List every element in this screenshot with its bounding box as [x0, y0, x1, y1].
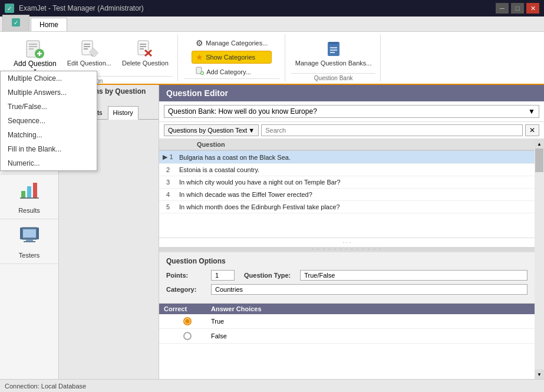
header-num: [159, 141, 177, 148]
manage-categories-label: Manage Categories...: [206, 39, 268, 47]
window-controls: ─ □ ✕: [496, 3, 539, 14]
dropdown-numeric[interactable]: Numeric...: [1, 156, 97, 170]
answer-row-false[interactable]: False: [159, 329, 535, 344]
ribbon-group-questionbank: Manage Question Banks... Question Bank: [286, 34, 381, 81]
edit-question-label: Edit Question...: [67, 60, 111, 67]
dropdown-matching[interactable]: Matching...: [1, 128, 97, 142]
ribbon-tabs: ✓ Home: [0, 17, 544, 32]
add-category-icon: [196, 67, 204, 77]
table-row[interactable]: ▶ 1 Bulgaria has a coast on the Black Se…: [159, 151, 535, 164]
restore-button[interactable]: □: [511, 3, 524, 14]
row-3-text: In which city would you have a night out…: [177, 179, 535, 186]
scroll-down-button[interactable]: ▼: [535, 370, 544, 379]
options-title: Question Options: [166, 257, 527, 265]
search-bar: Questions by Question Text ▼ ✕: [159, 122, 544, 139]
table-row[interactable]: 3 In which city would you have a night o…: [159, 176, 535, 189]
svg-rect-26: [329, 42, 338, 44]
answer-row-true[interactable]: True: [159, 314, 535, 329]
close-button[interactable]: ✕: [526, 3, 539, 14]
dropdown-multiple-choice[interactable]: Multiple Choice...: [1, 71, 97, 85]
table-row[interactable]: 2 Estonia is a coastal country.: [159, 164, 535, 176]
sidebar-item-results[interactable]: Results: [0, 174, 58, 219]
scroll-thumb[interactable]: [535, 149, 543, 172]
title-bar: ✓ ExamJet - Test Manager (Administrator)…: [0, 0, 544, 17]
answer-radio-true[interactable]: [164, 317, 211, 325]
correct-col-header: Correct: [164, 305, 211, 312]
radio-true-inner: [185, 319, 190, 324]
table-row[interactable]: 4 In which decade was the Eiffel Tower e…: [159, 189, 535, 201]
search-clear-button[interactable]: ✕: [525, 124, 539, 136]
row-5-text: In which month does the Edinburgh Festiv…: [177, 203, 535, 210]
ribbon-group-category: ⚙ Manage Categories... ★ Show Categories…: [179, 34, 285, 81]
manage-question-banks-button[interactable]: Manage Question Banks...: [291, 37, 376, 70]
table-header: Question: [159, 139, 535, 151]
row-1-num: ▶ 1: [159, 153, 177, 161]
radio-false[interactable]: [183, 332, 192, 340]
answer-radio-false[interactable]: [164, 332, 211, 340]
search-input[interactable]: [261, 124, 523, 136]
ribbon-qb-group-label: Question Bank: [291, 73, 376, 81]
svg-rect-45: [24, 241, 35, 242]
row-4-text: In which decade was the Eiffel Tower ere…: [177, 191, 535, 198]
add-category-label: Add Category...: [206, 68, 251, 75]
dropdown-multiple-answers[interactable]: Multiple Answers...: [1, 85, 97, 100]
answer-col-header: Answer Choices: [211, 305, 530, 312]
dropdown-sequence[interactable]: Sequence...: [1, 114, 97, 128]
show-categories-button[interactable]: ★ Show Categories: [192, 51, 272, 64]
category-value: Countries: [211, 284, 527, 295]
svg-rect-46: [20, 228, 22, 239]
add-question-label: Add Question: [14, 60, 57, 68]
options-row-category: Category: Countries: [166, 284, 527, 295]
add-question-dropdown-menu: Multiple Choice... Multiple Answers... T…: [0, 71, 97, 171]
category-label: Category:: [166, 286, 202, 293]
ribbon-category-buttons: ⚙ Manage Categories... ★ Show Categories…: [192, 34, 272, 78]
svg-rect-47: [37, 228, 39, 239]
svg-rect-44: [26, 239, 33, 241]
svg-rect-40: [33, 183, 37, 198]
filter-dropdown[interactable]: Questions by Question Text ▼: [164, 124, 259, 136]
question-bank-label: Question Bank: How well do you know Euro…: [168, 107, 317, 116]
delete-question-button[interactable]: Delete Question: [118, 37, 173, 70]
results-icon: [19, 179, 40, 205]
tab-home[interactable]: Home: [31, 18, 67, 31]
delete-question-label: Delete Question: [122, 60, 169, 67]
header-expand: [177, 141, 194, 148]
dropdown-fill-blank[interactable]: Fill in the Blank...: [1, 142, 97, 156]
manage-categories-button[interactable]: ⚙ Manage Categories...: [192, 37, 272, 50]
points-value: 1: [211, 270, 235, 281]
status-text: Connection: Local Database: [5, 383, 86, 390]
tab-icon[interactable]: ✓: [2, 15, 29, 31]
manage-categories-icon: ⚙: [196, 38, 203, 48]
minimize-button[interactable]: ─: [496, 3, 509, 14]
questions-section: Question ▶ 1 Bulgaria has a coast on the…: [159, 139, 544, 379]
add-question-button[interactable]: Add Question ▼: [9, 37, 61, 76]
radio-true[interactable]: [183, 317, 192, 325]
question-type-label: Question Type:: [244, 272, 291, 279]
show-categories-label: Show Categories: [206, 54, 255, 61]
add-category-button[interactable]: Add Category...: [192, 65, 272, 78]
points-label: Points:: [166, 272, 202, 279]
add-question-icon: [25, 39, 44, 58]
status-bar: Connection: Local Database: [0, 379, 544, 392]
row-2-num: 2: [159, 166, 177, 173]
scroll-track[interactable]: [535, 149, 544, 370]
tab-history[interactable]: History: [108, 106, 139, 120]
header-question: Question: [194, 141, 535, 148]
edit-question-icon: [80, 39, 98, 58]
row-2-text: Estonia is a coastal country.: [177, 166, 535, 173]
answer-text-false: False: [211, 332, 530, 340]
table-row[interactable]: 5 In which month does the Edinburgh Fest…: [159, 201, 535, 213]
answer-header: Correct Answer Choices: [159, 304, 535, 314]
question-bank-dropdown[interactable]: Question Bank: How well do you know Euro…: [164, 105, 539, 118]
filter-chevron: ▼: [248, 127, 255, 134]
scroll-up-button[interactable]: ▲: [535, 139, 544, 149]
svg-rect-38: [21, 191, 25, 198]
question-bank-selector: Question Bank: How well do you know Euro…: [159, 101, 544, 122]
manage-qb-icon: [324, 39, 343, 58]
dropdown-true-false[interactable]: True/False...: [1, 100, 97, 114]
app-title: ExamJet - Test Manager (Administrator): [19, 4, 144, 12]
content-area: Question Editor Question Bank: How well …: [159, 85, 544, 379]
edit-question-button[interactable]: Edit Question...: [63, 37, 116, 70]
table-empty-space: [159, 213, 535, 238]
sidebar-item-testers[interactable]: Testers: [0, 219, 58, 264]
